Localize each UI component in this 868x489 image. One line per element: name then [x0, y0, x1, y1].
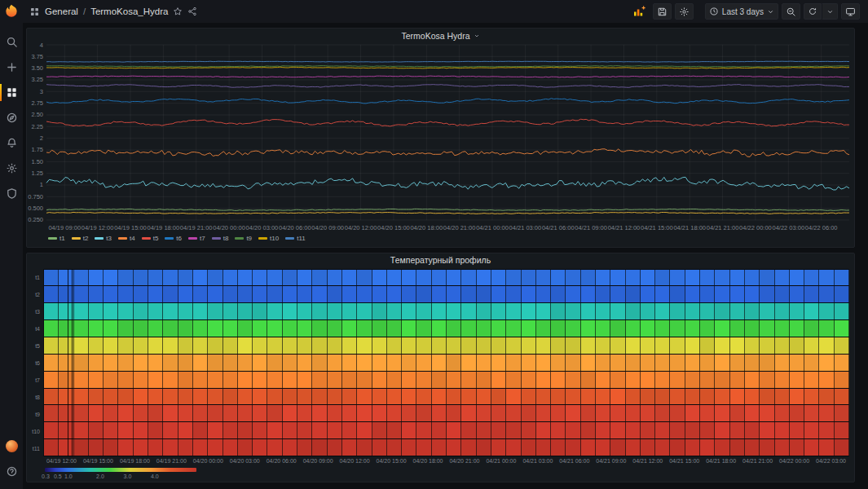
sidebar-item-create[interactable] — [0, 55, 23, 80]
legend-item-t7[interactable]: t7 — [188, 235, 205, 242]
star-icon[interactable] — [173, 7, 183, 16]
heatmap-cell — [522, 422, 536, 438]
heatmap-cell — [387, 439, 402, 456]
heatmap-cell — [163, 439, 178, 456]
legend-item-t4[interactable]: t4 — [118, 235, 135, 242]
heatmap-cell — [641, 337, 655, 354]
legend-item-t6[interactable]: t6 — [165, 235, 182, 242]
heatmap-cell — [118, 303, 133, 319]
legend-item-t9[interactable]: t9 — [235, 235, 252, 242]
share-icon[interactable] — [187, 7, 197, 16]
heatmap-cell — [447, 405, 461, 421]
breadcrumb-title[interactable]: TermoKosa_Hydra — [90, 7, 168, 16]
apps-icon — [6, 86, 18, 99]
heatmap-cell — [700, 270, 715, 286]
sidebar-item-explore[interactable] — [0, 105, 23, 130]
heatmap-cell — [790, 422, 804, 438]
heatmap-cell — [715, 355, 729, 371]
heatmap-cell — [506, 422, 521, 438]
sidebar-item-alerting[interactable] — [0, 130, 23, 156]
svg-text:0.500: 0.500 — [28, 205, 43, 212]
heatmap-cell — [730, 303, 745, 319]
heatmap-cell — [163, 389, 178, 405]
heatmap-cell — [447, 439, 461, 456]
panel-title-termokosa[interactable]: TermoKosa Hydra — [27, 29, 854, 42]
heatmap-cell — [328, 405, 342, 421]
heatmap-cell — [223, 389, 238, 405]
save-dashboard-button[interactable] — [653, 3, 672, 20]
cycle-view-mode-button[interactable] — [841, 3, 860, 20]
legend-item-t5[interactable]: t5 — [142, 235, 159, 242]
heatmap-cell — [670, 372, 685, 388]
heatmap-cell — [372, 270, 387, 286]
heatmap-cell — [134, 355, 148, 371]
heatmap-cell — [163, 337, 178, 354]
heatmap-cell — [461, 320, 476, 337]
sidebar-item-help[interactable] — [0, 459, 23, 484]
heatmap-cell — [178, 372, 193, 388]
heatmap-grid[interactable] — [43, 269, 849, 456]
refresh-button[interactable] — [804, 3, 822, 20]
zoom-out-time-button[interactable] — [782, 3, 800, 20]
heatmap-cell — [730, 389, 745, 405]
heatmap-cell — [89, 389, 104, 405]
heatmap-cell — [522, 439, 536, 456]
grafana-logo-icon[interactable] — [3, 3, 20, 20]
heatmap-cell — [775, 320, 790, 337]
heatmap-cell — [193, 303, 208, 319]
heatmap-cell — [506, 439, 521, 456]
sidebar-item-configuration[interactable] — [0, 156, 23, 181]
heatmap-cell — [357, 270, 372, 286]
heatmap-cell — [477, 286, 491, 302]
heatmap-cell — [328, 422, 342, 438]
shield-icon — [6, 187, 18, 200]
heatmap-cell — [148, 405, 163, 421]
heatmap-cell — [715, 286, 729, 302]
legend-item-t10[interactable]: t10 — [258, 235, 279, 242]
heatmap-cell — [522, 270, 536, 286]
panel-title-temp-profile[interactable]: Температурный профиль — [27, 253, 854, 267]
breadcrumb-section[interactable]: General — [45, 7, 78, 16]
legend-item-t3[interactable]: t3 — [95, 235, 112, 242]
heatmap-cell — [44, 270, 59, 286]
heatmap-cell — [551, 286, 566, 302]
add-panel-button[interactable] — [628, 3, 650, 20]
heatmap-cell — [610, 286, 625, 302]
sidebar-item-search[interactable] — [0, 29, 23, 55]
heatmap-cell — [775, 303, 790, 319]
heatmap-cell — [596, 422, 610, 438]
colorbar-tick: 1.0 — [64, 474, 73, 479]
dashboard-settings-button[interactable] — [675, 3, 694, 20]
heatmap-x-axis: 04/19 12:0004/19 15:0004/19 18:0004/19 2… — [43, 458, 849, 467]
heatmap-cell — [641, 286, 655, 302]
legend-item-t8[interactable]: t8 — [212, 235, 229, 242]
heatmap-cell — [328, 439, 342, 456]
colorbar-tick: 0.5 — [54, 474, 62, 479]
refresh-interval-dropdown[interactable] — [822, 3, 838, 20]
series-t5 — [46, 119, 849, 126]
heatmap-cell — [461, 303, 476, 319]
sidebar-item-profile[interactable] — [0, 434, 23, 459]
heatmap-cell — [253, 270, 267, 286]
heatmap-cell — [328, 355, 342, 371]
heatmap-row-t7 — [44, 372, 849, 389]
legend-label: t6 — [176, 235, 182, 242]
heatmap-cell — [819, 303, 834, 319]
heatmap-cell — [745, 355, 760, 371]
svg-text:04/19 18:00: 04/19 18:00 — [148, 224, 180, 231]
heatmap-cell — [104, 422, 118, 438]
heatmap-row-t5 — [44, 337, 849, 355]
legend-item-t2[interactable]: t2 — [72, 235, 89, 242]
refresh-icon — [808, 7, 817, 16]
sidebar-item-dashboards[interactable] — [0, 80, 23, 105]
legend-item-t11[interactable]: t11 — [285, 235, 306, 242]
heatmap-cell — [193, 372, 208, 388]
svg-text:04/20 12:00: 04/20 12:00 — [345, 224, 377, 231]
legend-item-t1[interactable]: t1 — [48, 235, 65, 242]
time-range-picker[interactable]: Last 3 days — [705, 3, 778, 20]
heatmap-cell — [163, 303, 178, 319]
heatmap-cell — [461, 286, 476, 302]
sidebar-item-server-admin[interactable] — [0, 181, 23, 206]
heatmap-cell — [163, 286, 178, 302]
timeseries-chart[interactable]: 43.753.503.2532.752.502.2521.751.501.251… — [27, 42, 854, 233]
